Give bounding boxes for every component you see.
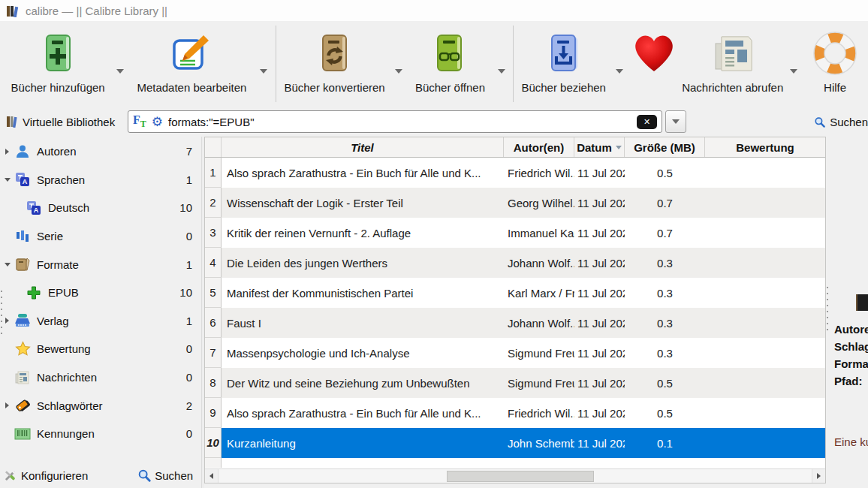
header-bewertung[interactable]: Bewertung	[705, 137, 825, 157]
cell-size[interactable]: 0.3	[625, 278, 705, 308]
get-books-button[interactable]: Bücher beziehen	[517, 21, 610, 94]
book-row[interactable]: 1 Also sprach Zarathustra - Ein Buch für…	[205, 158, 825, 188]
clear-search-icon[interactable]: ✕	[637, 115, 657, 129]
cell-date[interactable]: 11 Jul 2022	[574, 248, 625, 278]
book-row[interactable]: 10 Kurzanleitung John Schember 11 Jul 20…	[205, 428, 825, 458]
view-books-dropdown[interactable]	[493, 21, 510, 86]
search-options-gear-icon[interactable]: ⚙	[152, 116, 163, 128]
cell-date[interactable]: 11 Jul 2022	[574, 368, 625, 398]
search-query-text[interactable]: formats:"=EPUB"	[168, 116, 631, 128]
search-history-dropdown[interactable]	[665, 110, 686, 133]
convert-books-dropdown[interactable]	[390, 21, 408, 86]
configure-button[interactable]: Konfigurieren	[3, 468, 88, 483]
fulltext-search-icon[interactable]: FT	[133, 114, 146, 128]
cell-authors[interactable]: Friedrich Wil...	[504, 158, 574, 188]
cell-authors[interactable]: Karl Marx / Fr...	[504, 278, 574, 308]
cell-rating[interactable]	[705, 428, 825, 458]
edit-metadata-dropdown[interactable]	[255, 21, 272, 86]
search-input[interactable]: FT ⚙ formats:"=EPUB" ✕	[128, 110, 662, 133]
cell-rating[interactable]	[705, 188, 825, 218]
header-datum[interactable]: Datum	[574, 137, 625, 157]
book-row[interactable]: 9 Also sprach Zarathustra - Ein Buch für…	[205, 398, 825, 428]
book-row[interactable]: 5 Manifest der Kommunistischen Partei Ka…	[205, 278, 825, 308]
cell-rating[interactable]	[705, 218, 825, 248]
scroll-right-button[interactable]	[812, 469, 825, 483]
cell-rating[interactable]	[705, 158, 825, 188]
expand-arrow-icon[interactable]	[2, 318, 12, 324]
fetch-news-dropdown[interactable]	[785, 21, 802, 86]
cell-title[interactable]: Also sprach Zarathustra - Ein Buch für A…	[222, 398, 504, 428]
cell-date[interactable]: 11 Jul 2022	[574, 428, 625, 458]
sidebar-item-epub[interactable]: EPUB 10	[0, 279, 201, 307]
cell-title[interactable]: Manifest der Kommunistischen Partei	[222, 278, 504, 308]
help-button[interactable]: Hilfe	[802, 21, 868, 94]
cell-rating[interactable]	[705, 308, 825, 338]
cell-authors[interactable]: John Schember	[504, 428, 574, 458]
cell-authors[interactable]: Georg Wilhel...	[504, 188, 574, 218]
donate-button[interactable]	[628, 21, 680, 81]
book-row[interactable]: 7 Massenpsychologie und Ich-Analyse Sigm…	[205, 338, 825, 368]
header-groesse[interactable]: Größe (MB)	[625, 137, 705, 157]
book-row[interactable]: 8 Der Witz und seine Beziehung zum Unbew…	[205, 368, 825, 398]
cell-title[interactable]: Massenpsychologie und Ich-Analyse	[222, 338, 504, 368]
header-autoren[interactable]: Autor(en)	[504, 137, 574, 157]
cell-date[interactable]: 11 Jul 2022	[574, 308, 625, 338]
scrollbar-thumb[interactable]	[447, 471, 594, 482]
cell-authors[interactable]: Johann Wolf...	[504, 308, 574, 338]
cell-title[interactable]: Kritik der reinen Vernunft - 2. Auflage	[222, 218, 504, 248]
cell-title[interactable]: Kurzanleitung	[222, 428, 504, 458]
cell-date[interactable]: 11 Jul 2022	[574, 158, 625, 188]
cell-size[interactable]: 0.3	[625, 338, 705, 368]
add-books-dropdown[interactable]	[111, 21, 128, 86]
sidebar-search-button[interactable]: Suchen	[137, 468, 193, 482]
cell-title[interactable]: Faust I	[222, 308, 504, 338]
cell-authors[interactable]: Johann Wolf...	[504, 248, 574, 278]
fetch-news-button[interactable]: Nachrichten abrufen	[681, 21, 785, 94]
cell-size[interactable]: 0.7	[625, 218, 705, 248]
edit-metadata-button[interactable]: Metadaten bearbeiten	[129, 21, 255, 94]
cell-authors[interactable]: Sigmund Freud	[504, 338, 574, 368]
cell-size[interactable]: 0.5	[625, 368, 705, 398]
cell-date[interactable]: 11 Jul 2022	[574, 218, 625, 248]
view-books-button[interactable]: Bücher öffnen	[408, 21, 493, 94]
sidebar-item-deutsch[interactable]: A Deutsch 10	[0, 194, 201, 222]
sidebar-item-kennungen[interactable]: Kennungen 0	[0, 420, 201, 448]
book-cover-thumbnail[interactable]	[856, 294, 868, 311]
cell-authors[interactable]: Sigmund Freud	[504, 368, 574, 398]
cell-authors[interactable]: Friedrich Wil...	[504, 398, 574, 428]
cell-rating[interactable]	[705, 278, 825, 308]
horizontal-scrollbar[interactable]	[205, 468, 825, 483]
cell-size[interactable]: 0.7	[625, 188, 705, 218]
cell-size[interactable]: 0.3	[625, 248, 705, 278]
collapse-arrow-icon[interactable]	[2, 178, 12, 182]
sidebar-item-sprachen[interactable]: A Sprachen 1	[0, 166, 201, 194]
cell-size[interactable]: 0.1	[625, 428, 705, 458]
expand-arrow-icon[interactable]	[2, 149, 12, 155]
book-row[interactable]: 3 Kritik der reinen Vernunft - 2. Auflag…	[205, 218, 825, 248]
convert-books-button[interactable]: Bücher konvertieren	[279, 21, 390, 94]
book-row[interactable]: 2 Wissenschaft der Logik - Erster Teil G…	[205, 188, 825, 218]
cell-date[interactable]: 11 Jul 2022	[574, 338, 625, 368]
book-row[interactable]: 6 Faust I Johann Wolf... 11 Jul 2022 0.3	[205, 308, 825, 338]
cell-rating[interactable]	[705, 368, 825, 398]
cell-size[interactable]: 0.5	[625, 158, 705, 188]
cell-rating[interactable]	[705, 248, 825, 278]
sidebar-item-verlag[interactable]: Verlag 1	[0, 307, 201, 336]
cell-size[interactable]: 0.5	[625, 398, 705, 428]
sidebar-item-schlagwoerter[interactable]: Schlagwörter 2	[0, 391, 201, 420]
cell-title[interactable]: Die Leiden des jungen Werthers	[222, 248, 504, 278]
cell-date[interactable]: 11 Jul 2022	[574, 188, 625, 218]
sidebar-item-autoren[interactable]: Autoren 7	[0, 137, 201, 166]
add-books-button[interactable]: Bücher hinzufügen	[5, 21, 111, 94]
sidebar-item-bewertung[interactable]: Bewertung 0	[0, 335, 201, 363]
book-row[interactable]: 4 Die Leiden des jungen Werthers Johann …	[205, 248, 825, 278]
get-books-dropdown[interactable]	[610, 21, 628, 86]
sidebar-item-serie[interactable]: Serie 0	[0, 222, 201, 251]
cell-size[interactable]: 0.3	[625, 308, 705, 338]
cell-title[interactable]: Wissenschaft der Logik - Erster Teil	[222, 188, 504, 218]
cell-authors[interactable]: Immanuel Kant	[504, 218, 574, 248]
cell-title[interactable]: Der Witz und seine Beziehung zum Unbewuß…	[222, 368, 504, 398]
virtual-library-button[interactable]: Virtuelle Bibliothek	[6, 116, 128, 128]
sidebar-item-formate[interactable]: Formate 1	[0, 250, 201, 279]
cell-title[interactable]: Also sprach Zarathustra - Ein Buch für A…	[222, 158, 504, 188]
